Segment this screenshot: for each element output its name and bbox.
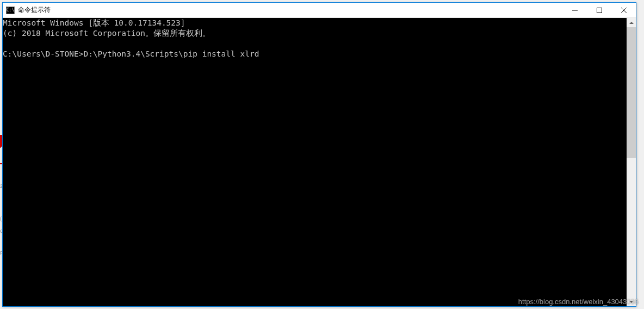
- scroll-down-arrow[interactable]: [627, 297, 636, 306]
- minimize-icon: [572, 8, 578, 13]
- window-title: 命令提示符: [18, 5, 562, 15]
- svg-rect-1: [597, 8, 602, 13]
- close-button[interactable]: [611, 3, 636, 17]
- chevron-down-icon: [629, 301, 634, 303]
- terminal-wrapper: Microsoft Windows [版本 10.0.17134.523] (c…: [3, 18, 636, 306]
- scroll-thumb[interactable]: [627, 27, 636, 158]
- maximize-button[interactable]: [587, 3, 611, 17]
- cmd-window: C:\ 命令提示符 Microsoft Windows [版本 10.0.171…: [2, 2, 636, 307]
- terminal-prompt: C:\Users\D-STONE>: [3, 50, 83, 58]
- titlebar[interactable]: C:\ 命令提示符: [3, 3, 636, 18]
- window-controls: [562, 3, 636, 17]
- svg-marker-5: [629, 301, 634, 303]
- minimize-button[interactable]: [562, 3, 587, 17]
- terminal-prompt-line: C:\Users\D-STONE>D:\Python3.4\Scripts\pi…: [3, 50, 259, 58]
- maximize-icon: [597, 8, 602, 13]
- terminal-command: D:\Python3.4\Scripts\pip install xlrd: [83, 50, 259, 58]
- scroll-track[interactable]: [627, 27, 636, 297]
- svg-marker-4: [629, 22, 634, 24]
- bg-text-2: (: [0, 216, 2, 221]
- terminal[interactable]: Microsoft Windows [版本 10.0.17134.523] (c…: [3, 18, 627, 306]
- close-icon: [621, 8, 627, 13]
- terminal-line-copyright: (c) 2018 Microsoft Corporation。保留所有权利。: [3, 29, 210, 38]
- terminal-line-version: Microsoft Windows [版本 10.0.17134.523]: [3, 18, 185, 27]
- vertical-scrollbar[interactable]: [627, 18, 636, 306]
- cmd-icon: C:\: [6, 7, 15, 14]
- chevron-up-icon: [629, 22, 634, 24]
- scroll-up-arrow[interactable]: [627, 18, 636, 27]
